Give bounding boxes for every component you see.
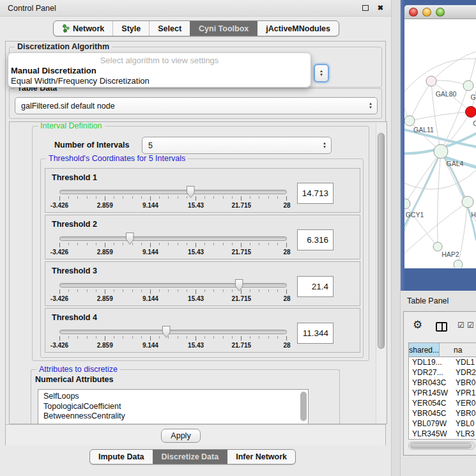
network-node[interactable]: [454, 260, 463, 268]
tick-label: 15.43: [188, 295, 204, 302]
tab-style[interactable]: Style: [112, 21, 149, 36]
threshold-slider[interactable]: -3.4262.8599.14415.4321.71528: [59, 326, 287, 351]
tab-discretize-data[interactable]: Discretize Data: [153, 450, 227, 464]
tab-impute-data[interactable]: Impute Data: [90, 450, 153, 464]
network-node-gal11[interactable]: [404, 116, 415, 126]
number-of-intervals-label: Number of Intervals: [54, 141, 129, 150]
slider-track[interactable]: [59, 190, 287, 194]
network-icon: [62, 24, 70, 33]
tab-network[interactable]: Network: [54, 21, 112, 36]
threshold-slider[interactable]: -3.4262.8599.14415.4321.71528: [59, 233, 287, 258]
zoom-traffic-light-icon[interactable]: [436, 8, 445, 17]
list-scrollbar-thumb[interactable]: [300, 392, 307, 421]
vertical-scrollbar[interactable]: [376, 123, 386, 423]
threshold-slider[interactable]: -3.4262.8599.14415.4321.71528: [59, 186, 287, 211]
network-node-gcy1[interactable]: [404, 199, 410, 209]
dropdown-option-equal-width-frequency[interactable]: Equal Width/Frequency Discretization: [8, 76, 311, 86]
table-row[interactable]: YDL19...YDL1: [409, 357, 476, 367]
numerical-attributes-label: Numerical Attributes: [35, 375, 113, 384]
attribute-list-item[interactable]: SelfLoops: [38, 390, 308, 402]
checkbox-icon[interactable]: ☑: [467, 321, 474, 329]
table-cell-shared-name: YBR045C: [409, 408, 452, 418]
tick-label: -3.426: [50, 202, 68, 209]
split-view-icon[interactable]: [436, 322, 447, 332]
algorithm-combobox[interactable]: ▲▼: [314, 64, 329, 82]
slider-tick-marks: [59, 243, 287, 247]
horizontal-scrollbar[interactable]: [408, 441, 475, 450]
network-window: GAL80GACGAL11GAL4GCY1HHAP2: [404, 5, 476, 268]
panel-divider[interactable]: [391, 0, 401, 476]
tick-label: 21.715: [232, 249, 252, 256]
table-row[interactable]: YDR27...YDR2: [409, 367, 476, 378]
table-row[interactable]: YIL052CYIL0: [409, 439, 476, 440]
table-row[interactable]: YBR043CYBR0: [409, 378, 476, 388]
tab-label: Cyni Toolbox: [199, 24, 249, 33]
table-row[interactable]: YBR045CYBR0: [409, 408, 476, 418]
table-cell-shared-name: YPR145W: [409, 388, 452, 398]
number-of-intervals-combobox[interactable]: 5 ▲▼: [142, 137, 332, 154]
slider-track[interactable]: [59, 283, 287, 288]
threshold-value-field[interactable]: 11.344: [297, 323, 334, 344]
group-title-thresholds: Threshold's Coordinates for 5 Intervals: [46, 154, 188, 164]
threshold-label: Threshold 1: [52, 173, 97, 182]
horizontal-scrollbar-thumb[interactable]: [410, 443, 472, 449]
tick-label: 15.43: [188, 342, 204, 349]
threshold-value-field[interactable]: 21.4: [297, 276, 334, 297]
numerical-attributes-list[interactable]: SelfLoopsTopologicalCoefficientBetweenne…: [38, 389, 309, 424]
close-traffic-light-icon[interactable]: [409, 8, 418, 17]
tab-infer-network[interactable]: Infer Network: [227, 450, 295, 464]
network-node-label: C: [473, 119, 476, 127]
apply-button[interactable]: Apply: [161, 429, 201, 443]
table-cell-shared-name: YDL19...: [409, 357, 452, 367]
slider-track[interactable]: [59, 330, 287, 334]
threshold-panel-1: Threshold 1-3.4262.8599.14415.4321.71528…: [45, 168, 360, 213]
network-node-h[interactable]: [462, 196, 473, 208]
table-row[interactable]: YER054CYER0: [409, 398, 476, 408]
tick-label: -3.426: [50, 342, 68, 349]
table-row[interactable]: YLR345WYLR3: [409, 429, 476, 439]
vertical-scrollbar-thumb[interactable]: [378, 133, 385, 349]
threshold-value-field[interactable]: 14.713: [297, 183, 334, 204]
slider-tick-marks: [59, 336, 287, 341]
table-cell-name: YBR0: [452, 378, 476, 388]
table-data-group: Table Data galFiltered.sif default node …: [9, 88, 382, 119]
app-root: Control Panel ✖ NetworkStyleSelectCyni T…: [0, 0, 476, 476]
slider-track[interactable]: [59, 236, 287, 241]
table-cell-shared-name: YER054C: [409, 398, 452, 408]
float-window-icon[interactable]: [362, 5, 369, 11]
attribute-list-item[interactable]: TopologicalCoefficient: [38, 402, 308, 412]
checkbox-icon[interactable]: ☑: [457, 321, 464, 329]
network-node-gal4[interactable]: [434, 144, 448, 158]
tick-label: 9.144: [142, 202, 158, 209]
table-cell-name: YLR3: [452, 429, 476, 439]
threshold-slider[interactable]: -3.4262.8599.14415.4321.71528: [59, 279, 287, 305]
network-node-label: H: [471, 211, 476, 219]
apply-bar: Apply: [6, 424, 385, 445]
tab-select[interactable]: Select: [149, 21, 190, 36]
table-data-combobox[interactable]: galFiltered.sif default node ▲▼: [15, 97, 378, 114]
column-header-name[interactable]: na: [440, 343, 476, 357]
threshold-value-field[interactable]: 6.316: [297, 229, 334, 250]
network-node-ga[interactable]: [463, 81, 473, 91]
panel-title: Control Panel: [8, 4, 362, 13]
tab-jactivemnodules[interactable]: jActiveMNodules: [257, 21, 339, 36]
close-icon[interactable]: ✖: [378, 4, 383, 12]
control-panel-titlebar: Control Panel ✖: [0, 0, 391, 17]
tick-label: 9.144: [142, 342, 158, 349]
tick-label: 2.859: [97, 202, 113, 209]
minimize-traffic-light-icon[interactable]: [422, 8, 431, 17]
tick-label: 28: [283, 295, 290, 302]
column-header-shared-name[interactable]: shared...: [409, 343, 440, 357]
network-node-label: GAL4: [447, 160, 464, 167]
network-node-c[interactable]: [466, 107, 476, 118]
table-row[interactable]: YPR145WYPR1: [409, 388, 476, 398]
table-row[interactable]: YBL079WYBL0: [409, 418, 476, 429]
network-canvas[interactable]: GAL80GACGAL11GAL4GCY1HHAP2: [404, 19, 476, 268]
dropdown-option-manual-discretization[interactable]: Manual Discretization: [8, 66, 311, 76]
network-node-hap2[interactable]: [433, 242, 442, 251]
network-node-gal80[interactable]: [426, 76, 436, 86]
attribute-list-item[interactable]: BetweennessCentrality: [38, 411, 308, 422]
table-cell-name: YDL1: [452, 357, 476, 367]
gear-icon[interactable]: ⚙: [413, 319, 422, 330]
tab-cyni-toolbox[interactable]: Cyni Toolbox: [190, 21, 257, 36]
